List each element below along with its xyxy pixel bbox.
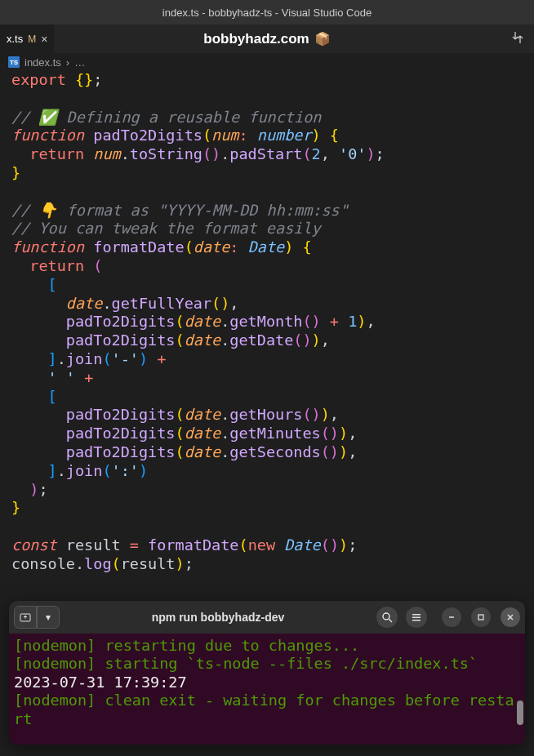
num: 2 — [312, 145, 321, 162]
method: getDate — [229, 331, 293, 349]
str: ':' — [112, 462, 139, 479]
method: toString — [130, 145, 202, 162]
tab-label: x.ts — [7, 33, 23, 45]
paren: ) — [139, 350, 148, 367]
ts-file-icon: TS — [8, 56, 20, 68]
paren: ( — [102, 462, 111, 479]
str: '0' — [339, 145, 366, 162]
ident: date — [185, 331, 221, 349]
banner-text: bobbyhadz.com — [203, 31, 309, 47]
op: = — [130, 536, 139, 554]
method: join — [66, 350, 103, 367]
breadcrumb[interactable]: TS index.ts › … — [0, 53, 534, 71]
compare-icon[interactable] — [511, 31, 534, 47]
dot: . — [57, 350, 66, 367]
ident: date — [185, 443, 221, 460]
bracket: ] — [48, 350, 57, 367]
method: getMonth — [229, 313, 302, 330]
code-editor[interactable]: export {}; // ✅ Defining a reusable func… — [0, 71, 534, 574]
method: getSeconds — [229, 443, 320, 460]
method: padStart — [229, 145, 302, 162]
dot: . — [220, 443, 229, 460]
paren: ( — [112, 555, 121, 572]
paren: ) — [366, 145, 375, 162]
dot: . — [75, 555, 84, 572]
kw-export: export — [11, 71, 66, 88]
svg-rect-9 — [478, 615, 483, 620]
tab-index-ts[interactable]: x.ts M × — [0, 24, 54, 53]
maximize-button[interactable] — [471, 607, 491, 627]
type: Date — [248, 238, 285, 256]
breadcrumb-file: index.ts — [24, 56, 61, 69]
paren: ) — [312, 331, 321, 349]
paren: ) — [29, 481, 38, 498]
parens: () — [202, 145, 220, 162]
comma: , — [348, 425, 357, 442]
bracket: ] — [48, 462, 57, 479]
new-tab-button[interactable] — [14, 606, 37, 629]
kw-const: const — [11, 536, 57, 554]
tab-modified-indicator: M — [28, 33, 36, 45]
kw-function: function — [11, 238, 84, 256]
method: join — [66, 462, 103, 479]
semi: ; — [376, 145, 385, 162]
fn-call: padTo2Digits — [66, 313, 176, 330]
parens: () — [293, 331, 311, 349]
svg-rect-7 — [412, 620, 421, 621]
terminal-body[interactable]: [nodemon] restarting due to changes... [… — [9, 634, 525, 745]
ident: date — [66, 295, 103, 312]
paren: ( — [175, 331, 184, 349]
menu-icon[interactable] — [406, 607, 427, 628]
paren: ) — [357, 313, 366, 330]
colon: : — [229, 238, 238, 256]
paren: ) — [339, 536, 348, 554]
comma: , — [330, 406, 339, 423]
semi: ; — [348, 536, 357, 554]
tab-dropdown-button[interactable]: ▾ — [37, 606, 60, 629]
param: num — [211, 127, 238, 144]
comma: , — [366, 313, 375, 330]
term-prefix: [nodemon] — [14, 692, 105, 709]
window-title-bar: index.ts - bobbyhadz-ts - Visual Studio … — [0, 0, 534, 24]
parens: () — [321, 425, 339, 442]
fn-call: formatDate — [148, 536, 238, 554]
paren: ) — [339, 425, 348, 442]
ident: date — [185, 313, 221, 330]
ident: num — [93, 145, 120, 162]
bracket: [ — [48, 276, 57, 293]
parens: () — [302, 406, 320, 423]
breadcrumb-sep: › — [66, 56, 69, 69]
op: + — [330, 313, 339, 330]
ident: date — [185, 425, 221, 442]
fn-name: formatDate — [93, 238, 184, 256]
paren: ( — [102, 350, 111, 367]
window-title: index.ts - bobbyhadz-ts - Visual Studio … — [162, 7, 372, 19]
method: getHours — [229, 406, 302, 423]
close-button[interactable] — [501, 607, 520, 627]
term-output: 2023-07-31 17:39:27 — [14, 674, 187, 691]
paren: ) — [312, 127, 321, 144]
tab-close-icon[interactable]: × — [41, 33, 47, 46]
brace: { — [302, 238, 311, 256]
banner: bobbyhadz.com 📦 — [203, 31, 330, 47]
svg-rect-2 — [25, 615, 26, 618]
op: + — [157, 350, 166, 367]
minimize-button[interactable] — [442, 607, 461, 627]
op: + — [84, 369, 93, 386]
svg-rect-6 — [412, 616, 421, 618]
paren: ) — [321, 406, 330, 423]
tab-bar: x.ts M × bobbyhadz.com 📦 — [0, 24, 534, 53]
ident: result — [121, 555, 176, 572]
semi: ; — [185, 555, 194, 572]
search-icon[interactable] — [376, 607, 398, 628]
terminal-titlebar[interactable]: ▾ npm run bobbyhadz-dev — [9, 601, 525, 634]
cube-icon: 📦 — [314, 31, 331, 47]
semi: ; — [93, 71, 102, 88]
comma: , — [348, 443, 357, 460]
method: log — [84, 555, 111, 572]
dot: . — [220, 406, 229, 423]
terminal-right-buttons — [376, 607, 520, 628]
kw-return: return — [29, 145, 84, 162]
comment: // ✅ Defining a reusable function — [11, 109, 321, 126]
terminal-scrollbar[interactable] — [517, 700, 523, 725]
